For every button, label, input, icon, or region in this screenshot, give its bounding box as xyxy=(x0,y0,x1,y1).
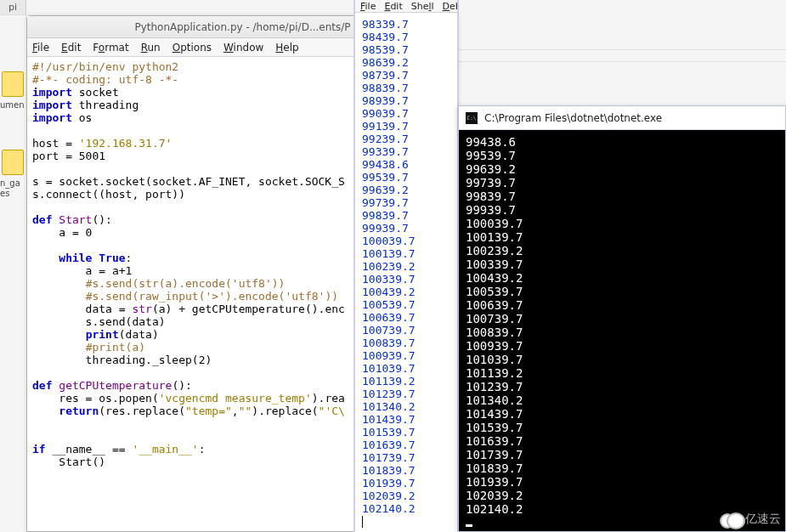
desktop-icon-label: umen xyxy=(0,100,25,110)
menu-edit[interactable]: Edit xyxy=(384,1,402,12)
desktop-icon-label: es xyxy=(0,189,9,198)
folder-icon[interactable] xyxy=(2,150,24,175)
menu-help[interactable]: Help xyxy=(275,42,298,54)
console-titlebar[interactable]: C:\Program Files\dotnet\dotnet.exe xyxy=(459,106,785,130)
desktop-tab[interactable]: pi xyxy=(0,0,26,15)
desktop-icon-label: n_ga xyxy=(0,178,20,188)
divider xyxy=(459,61,786,62)
console-title: C:\Program Files\dotnet\dotnet.exe xyxy=(484,112,662,124)
shell-menubar: File Edit Shell Debug Options Window Hel… xyxy=(355,0,457,13)
divider xyxy=(459,49,786,50)
menu-format[interactable]: Format xyxy=(93,42,128,54)
console-output[interactable]: 99438.6 99539.7 99639.2 99739.7 99839.7 … xyxy=(459,130,785,531)
watermark-text: 亿速云 xyxy=(745,512,781,527)
menu-file[interactable]: File xyxy=(360,1,376,12)
shell-window: File Edit Shell Debug Options Window Hel… xyxy=(353,0,459,532)
menu-options[interactable]: Options xyxy=(172,42,212,54)
menu-run[interactable]: Run xyxy=(141,42,161,54)
menu-file[interactable]: File xyxy=(32,42,49,54)
menu-debug[interactable]: Debug xyxy=(443,1,457,12)
console-icon xyxy=(466,112,478,124)
folder-icon[interactable] xyxy=(2,71,24,97)
menu-window[interactable]: Window xyxy=(223,42,263,54)
console-window: C:\Program Files\dotnet\dotnet.exe 99438… xyxy=(458,105,786,532)
menu-shell[interactable]: Shell xyxy=(411,1,434,12)
watermark: 亿速云 xyxy=(720,512,781,527)
shell-output[interactable]: 98339.7 98439.7 98539.7 98639.2 98739.7 … xyxy=(355,13,457,531)
menu-edit[interactable]: Edit xyxy=(61,42,81,54)
cloud-icon xyxy=(720,512,742,526)
